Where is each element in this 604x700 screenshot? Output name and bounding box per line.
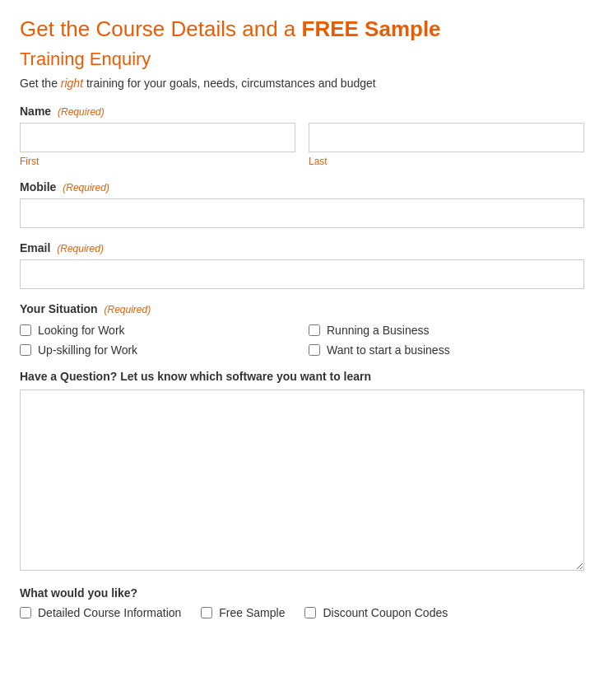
first-name-input[interactable]	[20, 123, 295, 152]
checkbox-start-business-label: Want to start a business	[327, 343, 450, 357]
title-highlight: FREE Sample	[302, 16, 441, 41]
page-title: Get the Course Details and a FREE Sample	[20, 16, 584, 42]
checkbox-looking-for-work-input[interactable]	[20, 324, 31, 336]
email-label-text: Email	[20, 241, 50, 254]
checkbox-free-sample: Free Sample	[201, 606, 285, 619]
name-label-text: Name	[20, 105, 51, 118]
name-label: Name (Required)	[20, 105, 584, 118]
what-like-field-group: What would you like? Detailed Course Inf…	[20, 586, 584, 619]
what-like-checkboxes: Detailed Course Information Free Sample …	[20, 606, 584, 619]
question-field-group: Have a Question? Let us know which softw…	[20, 370, 584, 573]
email-field-group: Email (Required)	[20, 241, 584, 289]
email-label: Email (Required)	[20, 241, 584, 254]
checkbox-looking-for-work: Looking for Work	[20, 324, 295, 337]
checkbox-start-business-input[interactable]	[309, 344, 320, 356]
email-input[interactable]	[20, 259, 584, 289]
checkbox-upskilling: Up-skilling for Work	[20, 343, 295, 357]
mobile-input[interactable]	[20, 198, 584, 228]
situation-label-text: Your Situation	[20, 302, 98, 315]
first-label: First	[20, 156, 295, 167]
checkbox-free-sample-input[interactable]	[201, 607, 212, 618]
last-name-input[interactable]	[309, 123, 584, 152]
checkbox-upskilling-label: Up-skilling for Work	[38, 343, 137, 357]
question-textarea[interactable]	[20, 390, 584, 571]
subtitle: Get the right training for your goals, n…	[20, 77, 584, 90]
checkbox-running-a-business-input[interactable]	[309, 324, 320, 336]
checkbox-detailed-info-label: Detailed Course Information	[38, 606, 181, 619]
email-required: (Required)	[57, 243, 104, 254]
name-required: (Required)	[58, 106, 105, 118]
mobile-label: Mobile (Required)	[20, 180, 584, 194]
checkbox-discount-coupon-label: Discount Coupon Codes	[323, 606, 448, 619]
question-label: Have a Question? Let us know which softw…	[20, 370, 584, 383]
checkbox-start-business: Want to start a business	[309, 343, 584, 357]
subtitle-suffix: training for your goals, needs, circumst…	[83, 77, 376, 90]
situation-checkboxes: Looking for Work Running a Business Up-s…	[20, 324, 584, 357]
checkbox-detailed-info: Detailed Course Information	[20, 606, 181, 619]
name-row: First Last	[20, 123, 584, 167]
first-name-col: First	[20, 123, 295, 167]
form-heading: Training Enquiry	[20, 49, 584, 70]
subtitle-italic: right	[61, 77, 83, 90]
situation-field-group: Your Situation (Required) Looking for Wo…	[20, 302, 584, 357]
checkbox-discount-coupon-input[interactable]	[304, 607, 316, 618]
situation-required: (Required)	[105, 304, 151, 315]
mobile-required: (Required)	[63, 182, 109, 194]
mobile-label-text: Mobile	[20, 180, 56, 194]
checkbox-looking-for-work-label: Looking for Work	[38, 324, 125, 337]
subtitle-prefix: Get the	[20, 77, 61, 90]
checkbox-detailed-info-input[interactable]	[20, 607, 31, 618]
last-label: Last	[309, 156, 584, 167]
checkbox-running-a-business: Running a Business	[309, 324, 584, 337]
title-prefix: Get the Course Details and a	[20, 16, 302, 41]
checkbox-upskilling-input[interactable]	[20, 344, 31, 356]
last-name-col: Last	[309, 123, 584, 167]
checkbox-free-sample-label: Free Sample	[219, 606, 285, 619]
name-field-group: Name (Required) First Last	[20, 105, 584, 167]
checkbox-discount-coupon: Discount Coupon Codes	[304, 606, 448, 619]
checkbox-running-a-business-label: Running a Business	[327, 324, 430, 337]
situation-label: Your Situation (Required)	[20, 302, 584, 315]
mobile-field-group: Mobile (Required)	[20, 180, 584, 228]
what-like-label: What would you like?	[20, 586, 584, 600]
